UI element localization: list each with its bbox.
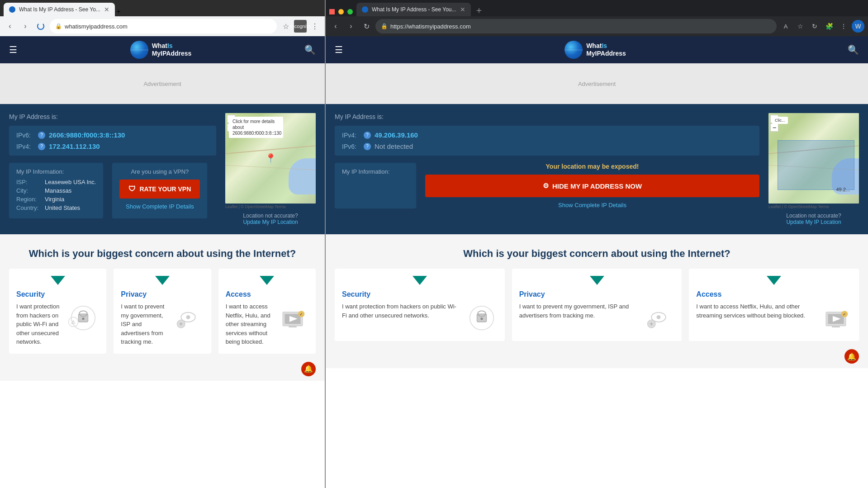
right-reload-btn[interactable]: ↻	[360, 20, 373, 33]
left-isp-key: ISP:	[16, 179, 41, 185]
left-ipv6-label: IPv6:	[16, 132, 34, 139]
right-active-tab[interactable]: What Is My IP Address - See You... ✕	[356, 3, 471, 16]
right-show-details-link[interactable]: Show Complete IP Details	[425, 202, 759, 208]
right-user-avatar[interactable]: W	[852, 20, 864, 33]
right-close-btn[interactable]	[329, 9, 335, 14]
left-location-inaccurate: Location not accurate?	[225, 213, 316, 219]
svg-text:✓: ✓	[299, 312, 303, 317]
right-privacy-icon	[643, 302, 674, 334]
left-globe-icon	[130, 41, 148, 59]
left-access-card: Access I want to access Netflix, Hulu, a…	[218, 269, 316, 354]
right-security-triangle	[342, 276, 498, 287]
left-country-row: Country: United States	[16, 204, 96, 211]
right-back-btn[interactable]: ‹	[329, 20, 342, 33]
right-ipv4-address[interactable]: 49.206.39.160	[375, 131, 418, 139]
right-ipv4-row: IPv4: ? 49.206.39.160	[342, 131, 752, 139]
right-access-card: Access I want to access Netflix, Hulu, a…	[689, 269, 859, 341]
right-maximize-btn[interactable]	[347, 9, 353, 14]
left-isp-val: Leaseweb USA Inc.	[45, 179, 96, 185]
right-ip-info-box: My IP Information:	[335, 163, 416, 208]
right-notification-bell[interactable]: 🔔	[844, 349, 859, 364]
left-security-icon: ⚠	[67, 302, 99, 334]
left-map-area[interactable]: + − Click for more details about 2606:98…	[225, 113, 316, 204]
left-ad-banner: Advertisement	[0, 63, 325, 104]
right-zoom-out-btn[interactable]: −	[770, 123, 778, 132]
left-ip-label: My IP Address is:	[9, 113, 216, 120]
left-privacy-icon	[172, 302, 204, 334]
right-ad-banner: Advertisement	[326, 63, 868, 104]
right-nav-bar: ‹ › ↻ 🔒 https://whatismyipaddress.com A …	[326, 16, 868, 36]
left-menu-icon[interactable]: ⋮	[308, 20, 321, 33]
left-rate-vpn-btn[interactable]: 🛡 RATE YOUR VPN	[119, 180, 200, 199]
right-access-text: I want to access Netflix, Hulu, and othe…	[696, 302, 816, 320]
left-ipv6-address[interactable]: 2606:9880:f000:3:8::130	[49, 131, 125, 139]
right-ipv6-row: IPv6: ? Not detected	[342, 142, 752, 150]
left-ipv4-address[interactable]: 172.241.112.130	[49, 142, 100, 150]
left-tab-close[interactable]: ✕	[104, 6, 109, 13]
right-search-icon[interactable]: 🔍	[848, 44, 859, 55]
right-tab-close[interactable]: ✕	[460, 6, 465, 13]
right-extensions-icon[interactable]: 🧩	[823, 20, 835, 33]
svg-rect-29	[832, 326, 840, 328]
left-isp-row: ISP: Leaseweb USA Inc.	[16, 179, 96, 185]
left-search-icon[interactable]: 🔍	[304, 44, 316, 55]
left-forward-btn[interactable]: ›	[19, 20, 32, 33]
right-ip-box: IPv4: ? 49.206.39.160 IPv6: ? Not detect…	[335, 126, 759, 156]
svg-point-19	[480, 317, 483, 320]
right-update-location-link[interactable]: Update My IP Location	[768, 219, 859, 225]
left-show-details-link[interactable]: Show Complete IP Details	[119, 203, 200, 210]
left-access-title: Access	[226, 290, 308, 298]
right-refresh-icon[interactable]: ↻	[808, 20, 821, 33]
right-ad-text: Advertisement	[578, 81, 616, 87]
left-address-bar[interactable]: 🔒 whatismyipaddress.com	[50, 19, 277, 33]
right-minimize-btn[interactable]	[338, 9, 344, 14]
right-forward-btn[interactable]: ›	[345, 20, 357, 33]
left-site-logo: WhatIs MyIPAddress	[130, 41, 192, 59]
right-menu-icon[interactable]: ⋮	[837, 20, 850, 33]
left-new-tab-btn[interactable]: ＋	[115, 7, 122, 16]
right-hide-ip-btn[interactable]: ⚙ HIDE MY IP ADDRESS NOW	[425, 175, 759, 197]
left-shield-icon: 🛡	[128, 185, 136, 193]
right-ip-info-title: My IP Information:	[342, 168, 409, 175]
left-city-val: Manassas	[45, 187, 71, 194]
left-active-tab[interactable]: What Is My IP Address - See Yo... ✕	[4, 3, 115, 16]
left-access-content: I want to access Netflix, Hulu, and othe…	[226, 302, 308, 346]
right-ipv4-help[interactable]: ?	[364, 132, 371, 139]
right-privacy-triangle-icon	[590, 276, 604, 285]
left-ipv4-help[interactable]: ?	[38, 143, 45, 150]
left-ipv6-row: IPv6: ? 2606:9880:f000:3:8::130	[16, 131, 209, 139]
left-update-location-link[interactable]: Update My IP Location	[225, 219, 316, 225]
right-security-triangle-icon	[413, 276, 427, 285]
right-url-text: https://whatismyipaddress.com	[390, 23, 471, 30]
left-privacy-card: Privacy I want to prevent my government,…	[114, 269, 211, 354]
right-map-attribution: Leaflet | © OpenStreetMap Terms	[768, 204, 859, 209]
right-ipv6-help[interactable]: ?	[364, 143, 371, 150]
left-site-header: ☰ WhatIs MyIPAddress 🔍	[0, 36, 325, 63]
left-map-attribution: Leaflet | © OpenStreetMap Terms	[225, 204, 316, 209]
left-ipv6-help[interactable]: ?	[38, 132, 45, 139]
left-vpn-question: Are you using a VPN?	[119, 168, 200, 175]
right-avatar-letter: W	[852, 20, 864, 33]
right-lock-icon: 🔒	[381, 23, 388, 29]
left-map-container: + − Click for more details about 2606:98…	[225, 113, 316, 225]
left-notification-bell[interactable]: 🔔	[301, 362, 316, 376]
left-privacy-title: Privacy	[121, 290, 204, 298]
left-nav-right-icons: ☆ Incognito ⋮	[280, 20, 321, 33]
right-map-overlay-rect	[778, 140, 854, 190]
left-city-key: City:	[16, 187, 41, 194]
left-security-triangle	[16, 276, 99, 287]
left-privacy-triangle	[121, 276, 204, 287]
right-translate-icon[interactable]: A	[779, 20, 792, 33]
right-ip-main: My IP Address is: IPv4: ? 49.206.39.160 …	[335, 113, 759, 225]
right-new-tab-btn[interactable]: ＋	[473, 4, 485, 16]
right-hamburger-icon[interactable]: ☰	[335, 44, 343, 55]
left-url-text: whatismyipaddress.com	[65, 23, 128, 30]
svg-rect-14	[289, 326, 297, 328]
left-reload-btn[interactable]	[34, 20, 47, 33]
left-back-btn[interactable]: ‹	[4, 20, 16, 33]
right-map-area[interactable]: + − Clic... 49.2...	[768, 113, 859, 204]
left-hamburger-icon[interactable]: ☰	[9, 44, 17, 55]
left-tab-bar: What Is My IP Address - See Yo... ✕ ＋	[0, 0, 325, 16]
right-bookmark-icon[interactable]: ☆	[794, 20, 806, 33]
right-address-bar[interactable]: 🔒 https://whatismyipaddress.com	[375, 19, 777, 33]
